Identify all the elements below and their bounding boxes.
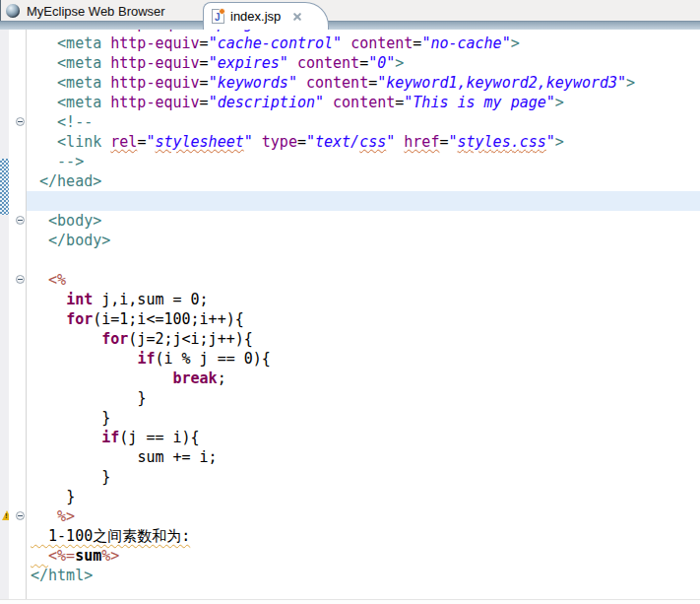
code-line: <meta http-equiv="cache-control" content… [31,34,520,53]
code-line: </html> [31,566,93,585]
code-line: } [31,467,110,487]
code-line: <meta http-equiv="expires" content="0"> [31,53,404,73]
tab-folder-band [0,21,700,30]
annotation-ruler[interactable] [0,30,9,599]
code-text[interactable]: <meta http-equiv="pragma" content="no-ca… [31,30,700,599]
fold-collapse-icon[interactable] [16,117,25,126]
code-line: if(j == i){ [31,428,200,447]
editor-tab-bar: MyEclipse Web Browser index.jsp [0,0,700,30]
jsp-file-icon [212,9,224,24]
code-line: <%=sum%> [31,546,119,566]
code-line: </body> [31,231,110,250]
code-line: </head> [31,171,101,191]
code-line: <body> [31,211,101,231]
bottom-strip [0,599,700,604]
code-line: <% [31,270,66,290]
fold-collapse-icon[interactable] [16,216,25,225]
code-line: for(j=2;j<i;j++){ [31,329,253,349]
code-line: int j,i,sum = 0; [31,290,209,309]
code-line: <link rel="stylesheet" type="text/css" h… [31,132,564,152]
code-line: %> [31,506,75,526]
tab-myeclipse-web-browser[interactable]: MyEclipse Web Browser [1,0,165,22]
code-line: } [31,408,110,428]
code-line: sum += i; [31,447,218,467]
tab-index-jsp[interactable]: index.jsp [203,2,329,30]
close-tab-icon[interactable] [292,12,302,22]
code-line: } [31,388,146,408]
fold-ruler[interactable] [9,30,27,599]
code-line: <meta http-equiv="keywords" content="key… [31,73,635,93]
code-line: } [31,487,75,506]
code-line: <meta http-equiv="description" content="… [31,93,564,112]
code-line: 1-100之间素数和为: [31,526,190,546]
code-line: for(i=1;i<=100;i++){ [31,309,244,329]
tab-label: index.jsp [230,9,281,24]
code-line: --> [31,152,84,171]
code-line: <!-- [31,112,93,132]
tab-label: MyEclipse Web Browser [27,4,165,19]
fold-collapse-icon[interactable] [16,511,25,520]
code-line: break; [31,369,226,388]
code-line: if(i % j == 0){ [31,349,271,369]
fold-collapse-icon[interactable] [16,275,25,284]
myeclipse-window: MyEclipse Web Browser index.jsp <meta ht… [0,0,700,604]
globe-icon [6,4,20,18]
code-editor[interactable]: <meta http-equiv="pragma" content="no-ca… [0,30,700,599]
range-indicator [0,159,9,215]
